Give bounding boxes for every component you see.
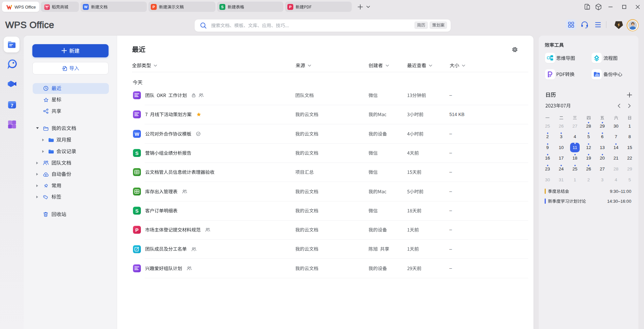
svg-text:S: S [135,150,139,156]
svg-text:W: W [135,131,140,137]
svg-text:S: S [135,208,139,214]
svg-text:7: 7 [11,103,14,108]
svg-text:P: P [135,227,139,233]
